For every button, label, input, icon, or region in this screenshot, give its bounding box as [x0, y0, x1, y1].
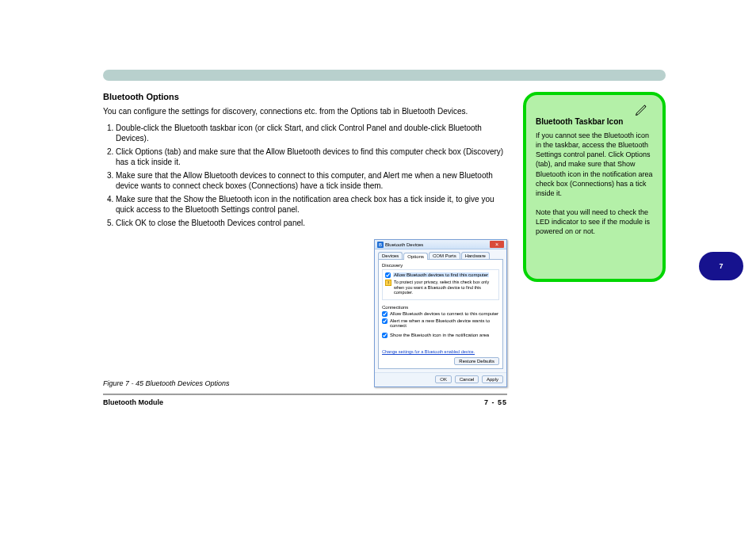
dialog-tabstrip: Devices Options COM Ports Hardware [375, 249, 506, 259]
pen-icon [634, 101, 650, 117]
tab-options[interactable]: Options [403, 253, 428, 260]
change-settings-link[interactable]: Change settings for a Bluetooth enabled … [382, 349, 475, 354]
close-icon[interactable]: × [490, 241, 504, 248]
dialog-titlebar[interactable]: B Bluetooth Devices × [375, 240, 506, 249]
note-body: If you cannot see the Bluetooth icon in … [536, 131, 653, 237]
chapter-tab-label: 7 [719, 262, 723, 270]
discovery-group-title: Discovery [382, 263, 499, 268]
footer-rule [103, 394, 507, 395]
dialog-body: Discovery Allow Bluetooth devices to fin… [378, 259, 503, 369]
step-2: Click Options (tab) and make sure that t… [116, 147, 507, 167]
dialog-title: Bluetooth Devices [385, 242, 488, 247]
figure-caption: Figure 7 - 45 Bluetooth Devices Options [103, 379, 366, 387]
connections-checkbox2[interactable] [382, 318, 388, 324]
step-1: Double-click the Bluetooth taskbar icon … [116, 123, 507, 143]
bluetooth-icon: B [377, 242, 384, 248]
main-content: Bluetooth Options You can configure the … [103, 92, 507, 406]
note-title: Bluetooth Taskbar Icon [536, 117, 653, 126]
connections-checkbox1[interactable] [382, 311, 388, 317]
note-box: Bluetooth Taskbar Icon If you cannot see… [523, 92, 666, 282]
header-rule [103, 70, 666, 81]
cancel-button[interactable]: Cancel [455, 375, 479, 383]
tab-hardware[interactable]: Hardware [461, 252, 490, 259]
discovery-warning: To protect your privacy, select this che… [394, 280, 496, 295]
apply-button[interactable]: Apply [482, 375, 503, 383]
notify-checkbox-row[interactable]: Show the Bluetooth icon in the notificat… [382, 333, 499, 338]
page-number: 7 - 55 [484, 398, 507, 406]
connections-checkbox2-label: Alert me when a new Bluetooth device wan… [390, 318, 499, 328]
bluetooth-devices-dialog: B Bluetooth Devices × Devices Options CO… [374, 239, 507, 387]
notify-checkbox-label: Show the Bluetooth icon in the notificat… [390, 333, 489, 337]
connections-checkbox1-row[interactable]: Allow Bluetooth devices to connect to th… [382, 311, 499, 317]
discovery-checkbox[interactable] [385, 272, 391, 278]
discovery-checkbox-row[interactable]: Allow Bluetooth devices to find this com… [385, 272, 496, 278]
discovery-checkbox-label: Allow Bluetooth devices to find this com… [393, 272, 489, 277]
tab-devices[interactable]: Devices [378, 252, 403, 259]
footer-left: Bluetooth Module [103, 398, 163, 406]
dialog-footer: OK Cancel Apply [375, 372, 506, 386]
step-4: Make sure that the Show the Bluetooth ic… [116, 194, 507, 215]
step-5: Click OK to close the Bluetooth Devices … [116, 218, 507, 228]
section-intro: You can configure the settings for disco… [103, 106, 507, 116]
warning-icon: ! [385, 280, 391, 286]
step-list: Double-click the Bluetooth taskbar icon … [103, 123, 507, 228]
chapter-tab: 7 [699, 252, 743, 280]
connections-checkbox1-label: Allow Bluetooth devices to connect to th… [390, 311, 498, 316]
tab-comports[interactable]: COM Ports [429, 252, 460, 259]
ok-button[interactable]: OK [435, 375, 452, 383]
connections-checkbox2-row[interactable]: Alert me when a new Bluetooth device wan… [382, 318, 499, 328]
connections-group-title: Connections [382, 305, 499, 310]
step-3: Make sure that the Allow Bluetooth devic… [116, 170, 507, 191]
notify-checkbox[interactable] [382, 333, 388, 338]
section-heading: Bluetooth Options [103, 92, 507, 101]
restore-defaults-button[interactable]: Restore Defaults [454, 357, 499, 365]
